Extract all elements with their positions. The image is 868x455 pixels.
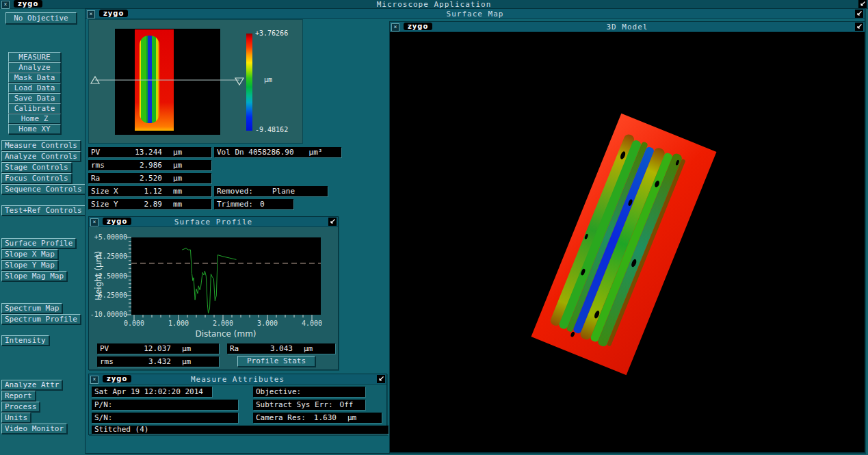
microscope-application: × zygo Microscope Application No Objecti…	[0, 0, 868, 455]
y-axis-label: Height (µm)	[94, 251, 103, 300]
print-icon[interactable]	[855, 10, 863, 18]
sidebar-button-report[interactable]: Report	[1, 391, 36, 401]
no-objective-button[interactable]: No Objective	[5, 12, 77, 24]
profile-plot-svg	[122, 235, 327, 327]
sidebar-button-mask-data[interactable]: Mask Data	[8, 73, 61, 83]
sidebar-button-spectrum-profile[interactable]: Spectrum Profile	[1, 314, 81, 324]
zygo-logo: zygo	[103, 218, 131, 225]
stat-value: 2.986	[124, 160, 162, 170]
sidebar-button-measure[interactable]: MEASURE	[8, 52, 61, 62]
stat-volume: Vol Dn 4058286.90 µm³	[214, 147, 341, 157]
colorbar-min: -9.48162	[255, 126, 288, 133]
sidebar-button-testref-controls[interactable]: Test+Ref Controls	[1, 205, 86, 216]
x-tick-label: 3.000	[254, 320, 281, 327]
sidebar-button-stage-controls[interactable]: Stage Controls	[1, 162, 72, 172]
sidebar-button-intensity[interactable]: Intensity	[1, 335, 49, 346]
field-value: Off	[340, 400, 354, 410]
measure-attributes-titlebar: × zygo Measure Attributes	[89, 374, 386, 385]
profile-stat-rms: rms 3.432 µm	[97, 356, 219, 367]
x-tick-label: 0.000	[120, 320, 148, 327]
stat-label: PV	[91, 147, 124, 157]
stat-unit: µm³	[309, 147, 323, 157]
field-label: P/N:	[94, 400, 113, 410]
surface-map-window: × zygo Surface Map +3.76266 µm	[85, 8, 865, 454]
model3d-titlebar: × zygo 3D Model	[390, 22, 865, 32]
removed-field: Removed: Plane	[214, 186, 328, 196]
stat-pv: PV 13.244 µm	[88, 147, 211, 157]
date-field: Sat Apr 19 12:02:20 2014	[92, 387, 212, 397]
surface-profile-titlebar: × zygo Surface Profile	[89, 217, 338, 227]
sidebar-button-sequence-controls[interactable]: Sequence Controls	[1, 184, 86, 194]
sidebar-button-analyze[interactable]: Analyze	[8, 62, 61, 73]
sidebar-button-focus-controls[interactable]: Focus Controls	[1, 173, 72, 183]
sidebar-button-spectrum-map[interactable]: Spectrum Map	[1, 303, 62, 313]
x-tick-label: 2.000	[209, 320, 237, 327]
sidebar-button-load-data[interactable]: Load Data	[8, 83, 61, 93]
field-value: Plane	[272, 186, 295, 196]
field-unit: µm	[347, 413, 356, 423]
zygo-logo: zygo	[103, 375, 131, 382]
stat-unit: µm	[182, 356, 191, 367]
stat-value: 2.89	[124, 199, 162, 209]
stat-label: Ra	[91, 173, 124, 183]
sidebar-button-surface-profile[interactable]: Surface Profile	[1, 238, 76, 248]
stat-value: 13.244	[124, 147, 162, 157]
sn-field[interactable]: S/N:	[92, 413, 238, 423]
camera-res-field: Camera Res: 1.630 µm	[253, 413, 382, 423]
field-label: Trimmed:	[217, 199, 253, 209]
x-axis-label: Distance (mm)	[157, 329, 294, 339]
colorbar-unit: µm	[264, 76, 272, 83]
sidebar-button-save-data[interactable]: Save Data	[8, 93, 61, 103]
stat-unit: µm	[182, 343, 191, 354]
field-label: Removed:	[217, 186, 253, 196]
zygo-logo: zygo	[99, 10, 128, 17]
sidebar-button-slope-y-map[interactable]: Slope Y Map	[1, 260, 58, 270]
print-icon[interactable]	[858, 0, 867, 8]
stat-unit: µm	[304, 343, 313, 354]
stat-label: rms	[100, 356, 133, 367]
field-value: 0	[260, 199, 265, 209]
stat-unit: µm	[173, 147, 182, 157]
stitched-field: Stitched (4)	[92, 426, 389, 434]
sidebar-button-video-monitor[interactable]: Video Monitor	[1, 424, 67, 434]
stat-value: 3.043	[254, 343, 293, 354]
sidebar-button-home-xy[interactable]: Home XY	[8, 124, 61, 134]
model3d-title: 3D Model	[390, 23, 865, 31]
sidebar-button-units[interactable]: Units	[1, 413, 31, 423]
profile-stats-button[interactable]: Profile Stats	[237, 356, 315, 367]
print-icon[interactable]	[855, 23, 863, 31]
sidebar-button-home-z[interactable]: Home Z	[8, 114, 61, 124]
stat-label: Size Y	[91, 199, 124, 209]
field-label: S/N:	[94, 413, 113, 423]
sidebar-button-measure-controls[interactable]: Measure Controls	[1, 140, 81, 151]
sidebar: No Objective MEASURE Analyze Mask Data L…	[0, 8, 85, 455]
colorbar	[246, 34, 252, 131]
stat-label: Size X	[91, 186, 124, 196]
sidebar-button-calibrate[interactable]: Calibrate	[8, 103, 61, 114]
stat-value: 2.520	[124, 173, 162, 183]
surface-map-titlebar: × zygo Surface Map	[86, 9, 865, 19]
sidebar-button-process[interactable]: Process	[1, 402, 40, 412]
sidebar-button-slope-mag-map[interactable]: Slope Mag Map	[1, 271, 67, 281]
colorbar-max: +3.76266	[255, 29, 288, 37]
stat-ra: Ra 2.520 µm	[88, 173, 211, 183]
surface-map-title: Surface Map	[86, 10, 865, 18]
stat-value: 1.12	[124, 186, 162, 196]
objective-field[interactable]: Objective:	[253, 387, 365, 397]
stat-rms: rms 2.986 µm	[88, 160, 211, 170]
sidebar-button-slope-x-map[interactable]: Slope X Map	[1, 249, 58, 259]
model3d-render[interactable]	[390, 31, 863, 451]
stat-value: 12.037	[133, 343, 171, 354]
surface-profile-window: × zygo Surface Profile +5.00000 +1.25000…	[88, 216, 339, 370]
sidebar-button-analyze-controls[interactable]: Analyze Controls	[1, 151, 81, 161]
date-value: Sat Apr 19 12:02:20 2014	[94, 387, 203, 397]
pn-field[interactable]: P/N:	[92, 400, 238, 410]
stat-label: Vol Dn 4058286.90	[217, 147, 294, 157]
print-icon[interactable]	[328, 218, 337, 226]
stat-value: 3.432	[133, 356, 171, 367]
sidebar-button-analyze-attr[interactable]: Analyze Attr	[1, 380, 62, 390]
trimmed-field: Trimmed: 0	[214, 199, 293, 209]
print-icon[interactable]	[377, 375, 385, 383]
field-label: Subtract Sys Err:	[256, 400, 333, 410]
field-label: Camera Res:	[256, 413, 306, 423]
